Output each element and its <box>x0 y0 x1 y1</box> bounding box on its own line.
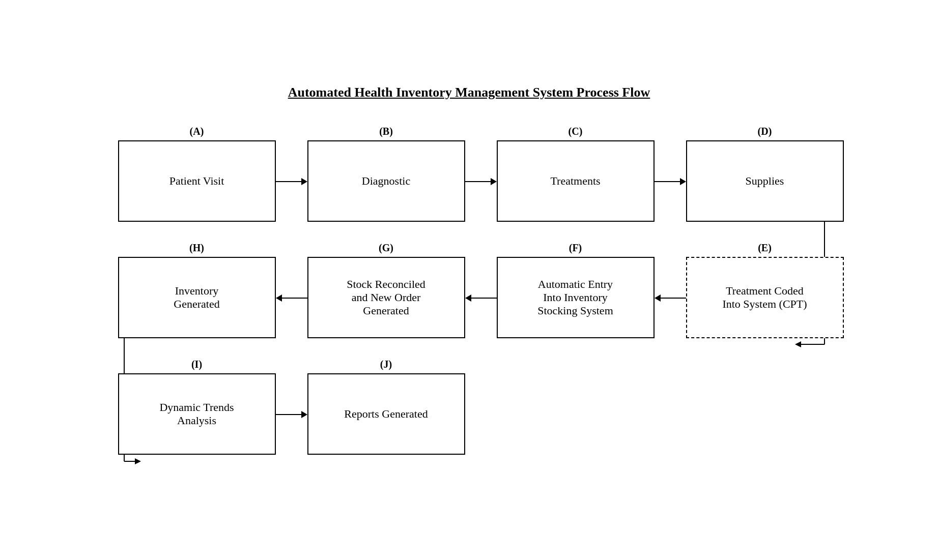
box-d-text: Supplies <box>746 174 784 188</box>
box-g-text: Stock Reconciled and New Order Generated <box>347 278 425 317</box>
label-f: (F) <box>569 242 582 254</box>
box-c: Treatments <box>497 140 655 222</box>
col-h: (H) Inventory Generated <box>118 242 276 338</box>
line-a-b <box>276 181 301 182</box>
arrowhead-b-c <box>491 178 497 185</box>
line-g-h <box>282 298 307 299</box>
row2: (H) Inventory Generated (G) Stock Reconc… <box>118 242 820 338</box>
line-e-f <box>661 298 686 299</box>
arrowhead-f-g <box>465 294 471 302</box>
box-a-text: Patient Visit <box>169 174 224 188</box>
arrow-c-d <box>655 163 686 185</box>
box-f-text: Automatic Entry Into Inventory Stocking … <box>537 278 613 317</box>
box-i-text: Dynamic Trends Analysis <box>159 401 234 427</box>
row3-boxes: (I) Dynamic Trends Analysis (J) Reports … <box>118 359 820 455</box>
box-e: Treatment Coded Into System (CPT) <box>686 257 844 338</box>
arrowhead-a-b <box>301 178 307 185</box>
col-e: (E) Treatment Coded Into System (CPT) <box>686 242 844 338</box>
box-g: Stock Reconciled and New Order Generated <box>307 257 465 338</box>
col-b: (B) Diagnostic <box>307 126 465 222</box>
label-j: (J) <box>380 359 392 370</box>
box-f: Automatic Entry Into Inventory Stocking … <box>497 257 655 338</box>
box-d: Supplies <box>686 140 844 222</box>
svg-marker-5 <box>135 458 141 464</box>
arrowhead-i-j <box>301 411 307 418</box>
label-i: (I) <box>191 359 202 370</box>
label-h: (H) <box>189 242 204 254</box>
label-g: (G) <box>379 242 393 254</box>
arrow-f-g <box>465 279 497 302</box>
box-c-text: Treatments <box>550 174 600 188</box>
label-e: (E) <box>758 242 772 254</box>
row2-boxes: (H) Inventory Generated (G) Stock Reconc… <box>118 242 820 338</box>
row1: (A) Patient Visit (B) Diagnostic <box>118 126 820 222</box>
col-g: (G) Stock Reconciled and New Order Gener… <box>307 242 465 338</box>
arrowhead-g-h <box>276 294 282 302</box>
label-c: (C) <box>569 126 583 137</box>
arrow-a-b <box>276 163 307 185</box>
arrow-e-f <box>655 279 686 302</box>
arrowhead-c-d <box>680 178 686 185</box>
row1-boxes: (A) Patient Visit (B) Diagnostic <box>118 126 820 222</box>
box-b-text: Diagnostic <box>362 174 410 188</box>
line-f-g <box>471 298 497 299</box>
line-b-c <box>465 181 491 182</box>
box-j: Reports Generated <box>307 373 465 455</box>
label-b: (B) <box>379 126 393 137</box>
box-h-text: Inventory Generated <box>174 284 219 311</box>
line-c-d <box>655 181 680 182</box>
arrow-i-j <box>276 396 307 418</box>
svg-marker-2 <box>795 341 801 347</box>
arrowhead-e-f <box>655 294 661 302</box>
col-j: (J) Reports Generated <box>307 359 465 455</box>
box-a: Patient Visit <box>118 140 276 222</box>
col-d: (D) Supplies <box>686 126 844 222</box>
label-a: (A) <box>190 126 204 137</box>
col-f: (F) Automatic Entry Into Inventory Stock… <box>497 242 655 338</box>
arrow-g-h <box>276 279 307 302</box>
diagram-title: Automated Health Inventory Management Sy… <box>118 85 820 100</box>
label-d: (D) <box>758 126 772 137</box>
col-i: (I) Dynamic Trends Analysis <box>118 359 276 455</box>
box-i: Dynamic Trends Analysis <box>118 373 276 455</box>
box-e-text: Treatment Coded Into System (CPT) <box>722 284 807 311</box>
box-j-text: Reports Generated <box>344 407 428 421</box>
box-b: Diagnostic <box>307 140 465 222</box>
box-h: Inventory Generated <box>118 257 276 338</box>
line-i-j <box>276 414 301 415</box>
row3: (I) Dynamic Trends Analysis (J) Reports … <box>118 359 820 455</box>
arrow-b-c <box>465 163 497 185</box>
col-c: (C) Treatments <box>497 126 655 222</box>
col-a: (A) Patient Visit <box>118 126 276 222</box>
